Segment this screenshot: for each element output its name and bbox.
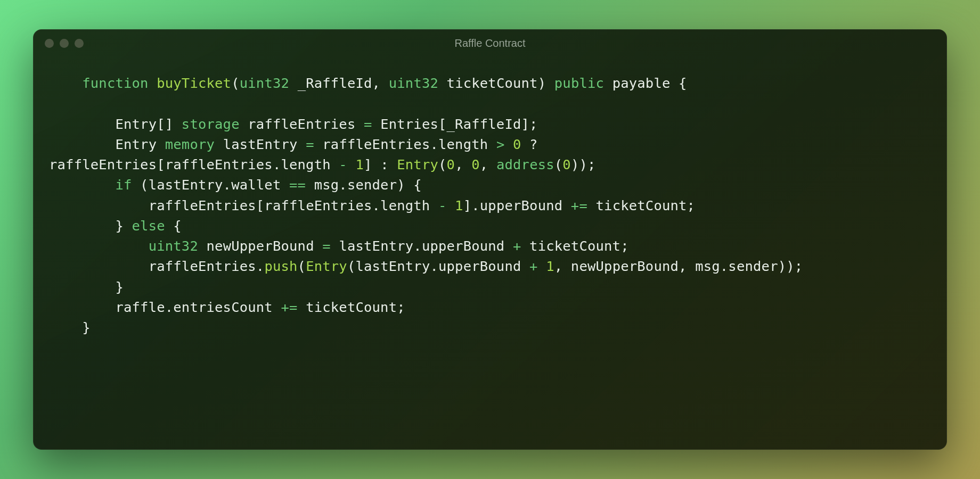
- code-token: lastEntry.upperBound: [331, 238, 513, 254]
- code-line: if (lastEntry.wallet == msg.sender) {: [49, 177, 422, 193]
- code-token: raffleEntries[raffleEntries.length: [49, 156, 339, 172]
- code-token: ==: [289, 177, 306, 193]
- code-token: raffle.entriesCount: [115, 299, 281, 315]
- code-token: }: [115, 279, 124, 295]
- code-line: }: [49, 279, 124, 295]
- code-line: uint32 newUpperBound = lastEntry.upperBo…: [49, 238, 629, 254]
- code-token: -: [438, 197, 447, 213]
- code-token: raffleEntries.: [149, 258, 265, 274]
- window-controls: [45, 39, 84, 48]
- code-token: uint32: [149, 238, 198, 254]
- code-line: function buyTicket(uint32 _RaffleId, uin…: [49, 75, 687, 91]
- code-token: ticketCount;: [298, 299, 405, 315]
- code-token: 0: [513, 136, 521, 152]
- code-token: =: [364, 116, 372, 132]
- code-token: (: [231, 75, 240, 91]
- code-token: (lastEntry.upperBound: [347, 258, 529, 274]
- code-line: raffleEntries.push(Entry(lastEntry.upper…: [49, 258, 803, 274]
- code-token: public: [554, 75, 604, 91]
- code-token: -: [339, 156, 347, 172]
- code-token: >: [496, 136, 505, 152]
- code-token: 1: [455, 197, 463, 213]
- code-token: 0: [447, 156, 455, 172]
- code-token: raffleEntries[raffleEntries.length: [149, 197, 438, 213]
- code-token: _RaffleId,: [289, 75, 389, 91]
- code-token: Entry: [397, 156, 438, 172]
- code-line: } else {: [49, 218, 182, 234]
- code-token: uint32: [240, 75, 289, 91]
- code-line: }: [49, 319, 91, 335]
- code-token: ticketCount;: [521, 238, 629, 254]
- code-token: +: [513, 238, 521, 254]
- code-token: {: [165, 218, 182, 234]
- code-token: [504, 136, 513, 152]
- code-token: Entry: [115, 136, 165, 152]
- code-token: ticketCount): [438, 75, 554, 91]
- code-line: raffle.entriesCount += ticketCount;: [49, 299, 405, 315]
- code-token: +: [529, 258, 538, 274]
- code-token: raffleEntries.length: [314, 136, 496, 152]
- code-line: raffleEntries[raffleEntries.length - 1].…: [49, 197, 695, 213]
- titlebar: Raffle Contract: [33, 29, 947, 57]
- code-token: buyTicket: [157, 75, 231, 91]
- code-token: ));: [571, 156, 596, 172]
- code-token: (lastEntry.wallet: [132, 177, 290, 193]
- code-token: ] :: [364, 156, 397, 172]
- code-token: payable {: [604, 75, 687, 91]
- window-title: Raffle Contract: [33, 37, 947, 49]
- code-window: Raffle Contract function buyTicket(uint3…: [33, 29, 947, 450]
- code-token: else: [132, 218, 165, 234]
- code-token: 1: [355, 156, 364, 172]
- code-token: }: [115, 218, 132, 234]
- code-token: ,: [480, 156, 496, 172]
- code-token: 0: [471, 156, 480, 172]
- code-token: raffleEntries: [240, 116, 364, 132]
- code-token: [347, 156, 356, 172]
- code-token: [538, 258, 546, 274]
- code-token: =: [322, 238, 331, 254]
- code-token: }: [82, 319, 91, 335]
- code-token: lastEntry: [215, 136, 306, 152]
- maximize-icon[interactable]: [75, 39, 84, 48]
- code-token: if: [115, 177, 132, 193]
- code-token: Entry[]: [115, 116, 181, 132]
- code-token: 0: [562, 156, 571, 172]
- code-token: address: [496, 156, 554, 172]
- code-token: (: [554, 156, 563, 172]
- code-token: , newUpperBound, msg.sender));: [554, 258, 803, 274]
- code-token: memory: [165, 136, 215, 152]
- code-token: +=: [571, 197, 587, 213]
- code-block: function buyTicket(uint32 _RaffleId, uin…: [33, 57, 947, 348]
- code-token: function: [82, 75, 157, 91]
- code-token: Entries[_RaffleId];: [372, 116, 538, 132]
- code-token: ].upperBound: [463, 197, 571, 213]
- code-token: 1: [546, 258, 554, 274]
- code-token: +=: [281, 299, 297, 315]
- code-token: [447, 197, 455, 213]
- code-token: ?: [521, 136, 538, 152]
- code-line: Entry[] storage raffleEntries = Entries[…: [49, 116, 538, 132]
- code-token: storage: [182, 116, 240, 132]
- close-icon[interactable]: [45, 39, 54, 48]
- code-line: raffleEntries[raffleEntries.length - 1] …: [49, 156, 596, 172]
- code-token: msg.sender) {: [306, 177, 422, 193]
- code-token: ticketCount;: [587, 197, 695, 213]
- code-token: uint32: [389, 75, 438, 91]
- minimize-icon[interactable]: [60, 39, 69, 48]
- code-token: (: [438, 156, 447, 172]
- code-token: =: [306, 136, 314, 152]
- code-line: Entry memory lastEntry = raffleEntries.l…: [49, 136, 538, 152]
- code-token: newUpperBound: [198, 238, 322, 254]
- code-token: ,: [455, 156, 471, 172]
- code-token: (: [298, 258, 306, 274]
- code-token: push: [264, 258, 297, 274]
- code-token: Entry: [306, 258, 347, 274]
